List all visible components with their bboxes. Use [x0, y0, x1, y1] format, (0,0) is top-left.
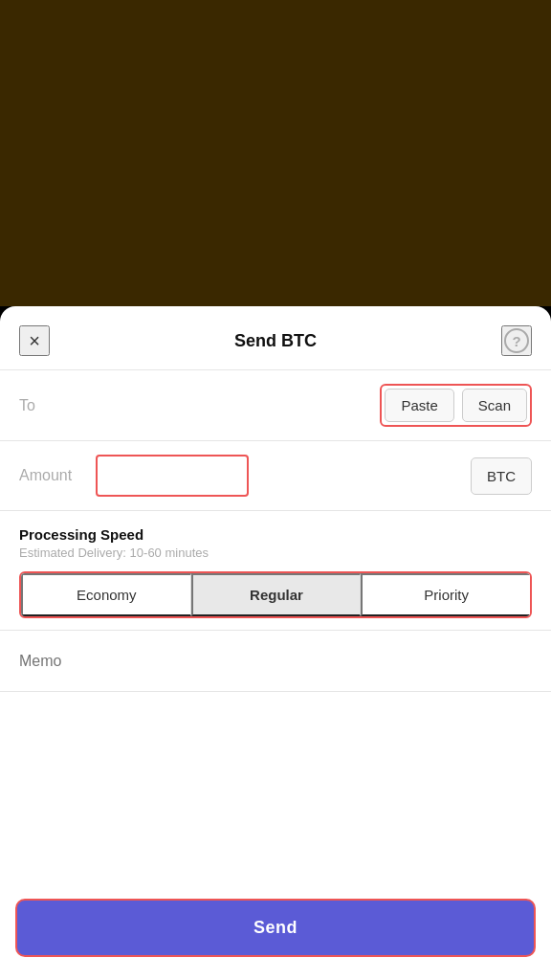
speed-economy[interactable]: Economy: [21, 573, 191, 616]
modal-sheet: × Send BTC ? To Paste Scan Amount BTC Pr…: [0, 306, 551, 980]
paste-button[interactable]: Paste: [385, 389, 453, 422]
processing-section: Processing Speed Estimated Delivery: 10-…: [0, 511, 551, 631]
to-row: To Paste Scan: [0, 370, 551, 441]
speed-regular[interactable]: Regular: [191, 573, 362, 616]
modal-title: Send BTC: [234, 331, 317, 351]
send-button-wrap: Send: [0, 883, 551, 980]
amount-row: Amount BTC: [0, 441, 551, 511]
close-button[interactable]: ×: [19, 325, 50, 356]
memo-input[interactable]: [19, 653, 532, 670]
currency-button[interactable]: BTC: [471, 457, 532, 495]
amount-input[interactable]: [96, 455, 249, 497]
speed-priority[interactable]: Priority: [361, 573, 530, 616]
speed-selector: Economy Regular Priority: [19, 571, 532, 618]
help-button[interactable]: ?: [501, 325, 532, 356]
to-actions: Paste Scan: [380, 384, 532, 427]
close-icon: ×: [29, 330, 40, 352]
to-label: To: [19, 397, 77, 414]
amount-label: Amount: [19, 467, 96, 484]
processing-title: Processing Speed: [19, 526, 532, 543]
dark-background: [0, 0, 551, 306]
memo-row: [0, 631, 551, 692]
modal-header: × Send BTC ?: [0, 306, 551, 370]
to-input[interactable]: [77, 397, 380, 414]
amount-input-wrap: [96, 455, 459, 497]
processing-subtitle: Estimated Delivery: 10-60 minutes: [19, 546, 532, 560]
help-icon: ?: [504, 328, 529, 353]
scan-button[interactable]: Scan: [462, 389, 527, 422]
send-button[interactable]: Send: [15, 899, 536, 957]
